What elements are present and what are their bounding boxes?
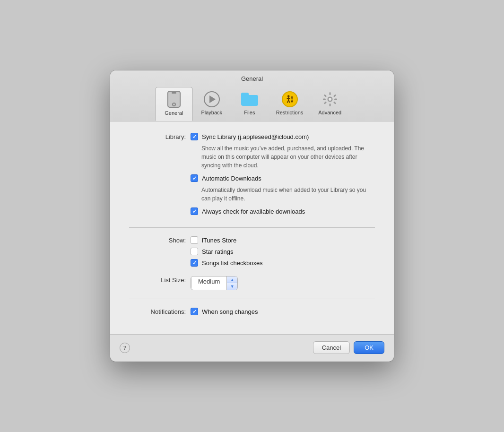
always-check-label: Always check for available downloads: [202, 208, 305, 215]
star-ratings-checkbox[interactable]: [191, 248, 198, 255]
svg-line-12: [292, 100, 293, 103]
library-content: Sync Library (j.appleseed@icloud.com) Sh…: [191, 133, 375, 219]
show-label: Show:: [129, 236, 191, 244]
always-check-row: Always check for available downloads: [191, 207, 375, 215]
list-size-arrows: ▲ ▼: [227, 276, 237, 290]
svg-rect-16: [329, 104, 330, 106]
sync-library-description: Show all the music you’ve added, purchas…: [201, 144, 375, 170]
itunes-store-checkbox[interactable]: [191, 236, 198, 244]
svg-rect-22: [333, 101, 336, 104]
bottom-bar: ? Cancel OK: [110, 334, 394, 362]
svg-rect-20: [333, 94, 336, 97]
list-size-down-button[interactable]: ▼: [227, 283, 237, 290]
itunes-store-row: iTunes Store: [191, 236, 375, 244]
when-song-changes-row: When song changes: [191, 308, 375, 315]
files-icon: [241, 91, 258, 108]
library-label: Library:: [129, 133, 191, 140]
when-song-changes-label: When song changes: [202, 308, 258, 315]
titlebar: General General Playback: [110, 70, 394, 121]
notifications-label: Notifications:: [129, 308, 191, 315]
tab-advanced-label: Advanced: [318, 110, 341, 115]
cancel-button[interactable]: Cancel: [313, 341, 350, 354]
divider-1: [129, 227, 375, 228]
tab-playback[interactable]: Playback: [193, 87, 231, 121]
list-size-content: Medium ▲ ▼: [191, 276, 375, 290]
tab-restrictions-label: Restrictions: [276, 110, 303, 115]
show-content: iTunes Store Star ratings Songs list che…: [191, 236, 375, 270]
restrictions-icon: [281, 91, 298, 108]
list-size-label: List Size:: [129, 276, 191, 284]
preferences-window: General General Playback: [110, 70, 394, 362]
ok-button[interactable]: OK: [354, 341, 384, 354]
sync-library-checkbox[interactable]: [191, 133, 198, 140]
window-title: General: [110, 75, 394, 82]
list-size-row: List Size: Medium ▲ ▼: [129, 276, 375, 290]
playback-icon: [203, 91, 220, 108]
auto-downloads-label: Automatic Downloads: [202, 175, 261, 182]
tab-playback-label: Playback: [201, 110, 222, 115]
tab-advanced[interactable]: Advanced: [311, 87, 349, 121]
star-ratings-label: Star ratings: [202, 248, 233, 255]
svg-rect-0: [168, 91, 180, 107]
tab-general[interactable]: General: [155, 87, 193, 121]
toolbar: General Playback Files: [110, 87, 394, 121]
sync-library-row: Sync Library (j.appleseed@icloud.com): [191, 133, 375, 140]
advanced-icon: [322, 91, 339, 108]
show-row: Show: iTunes Store Star ratings Songs li…: [129, 236, 375, 270]
list-size-up-button[interactable]: ▲: [227, 276, 237, 283]
tab-restrictions[interactable]: Restrictions: [269, 87, 311, 121]
songs-list-checkbox[interactable]: [191, 259, 198, 267]
svg-point-8: [291, 96, 292, 98]
always-check-checkbox[interactable]: [191, 207, 198, 215]
notifications-row: Notifications: When song changes: [129, 308, 375, 319]
notifications-section: Notifications: When song changes: [129, 308, 375, 319]
svg-rect-15: [329, 92, 330, 95]
list-size-stepper: Medium ▲ ▼: [191, 276, 238, 290]
library-section: Library: Sync Library (j.appleseed@iclou…: [129, 133, 375, 219]
when-song-changes-checkbox[interactable]: [191, 308, 198, 315]
sync-library-label: Sync Library (j.appleseed@icloud.com): [202, 133, 309, 140]
svg-rect-17: [323, 99, 326, 100]
list-size-value: Medium: [191, 276, 227, 290]
svg-rect-19: [324, 94, 327, 97]
action-buttons: Cancel OK: [313, 341, 384, 354]
help-button[interactable]: ?: [120, 343, 130, 353]
content-area: Library: Sync Library (j.appleseed@iclou…: [110, 121, 394, 334]
svg-point-14: [329, 98, 331, 101]
svg-line-7: [288, 100, 290, 103]
itunes-store-label: iTunes Store: [202, 237, 236, 244]
tab-files[interactable]: Files: [231, 87, 269, 121]
svg-rect-21: [324, 101, 327, 104]
songs-list-row: Songs list checkboxes: [191, 259, 375, 267]
auto-downloads-checkbox[interactable]: [191, 174, 198, 182]
library-row: Library: Sync Library (j.appleseed@iclou…: [129, 133, 375, 219]
show-section: Show: iTunes Store Star ratings Songs li…: [129, 236, 375, 290]
general-icon: [165, 91, 182, 108]
songs-list-label: Songs list checkboxes: [202, 259, 263, 267]
tab-general-label: General: [165, 110, 183, 116]
svg-rect-1: [172, 92, 176, 94]
auto-downloads-row: Automatic Downloads: [191, 174, 375, 182]
divider-2: [129, 299, 375, 299]
tab-files-label: Files: [244, 110, 255, 115]
star-ratings-row: Star ratings: [191, 248, 375, 255]
svg-point-3: [287, 95, 289, 97]
svg-rect-18: [334, 99, 337, 100]
notifications-content: When song changes: [191, 308, 375, 319]
auto-downloads-description: Automatically download music when added …: [201, 186, 375, 203]
